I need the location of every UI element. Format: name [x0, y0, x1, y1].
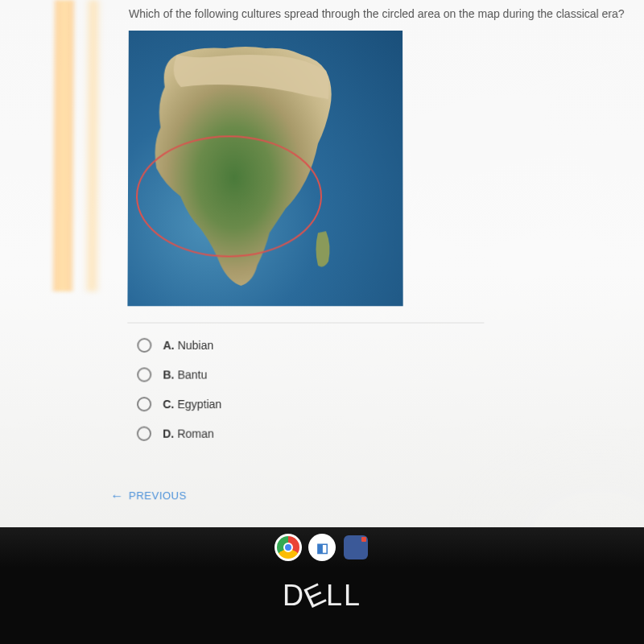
radio-icon [137, 367, 151, 382]
option-label: C. Egyptian [163, 398, 221, 411]
radio-icon [137, 337, 151, 352]
divider [127, 322, 484, 323]
app-icon[interactable] [342, 534, 369, 561]
arrow-left-icon: ← [110, 489, 124, 503]
screen-glare [83, 0, 102, 291]
option-a[interactable]: A. Nubian [137, 337, 630, 352]
taskbar: ◧ [0, 527, 644, 568]
option-b[interactable]: B. Bantu [137, 367, 630, 382]
dell-logo: DELL [283, 579, 361, 613]
option-label: D. Roman [163, 427, 214, 440]
radio-icon [137, 396, 151, 411]
question-text: Which of the following cultures spread t… [129, 6, 628, 23]
option-label: A. Nubian [163, 338, 214, 351]
answer-options: A. Nubian B. Bantu C. Egyptian [137, 337, 631, 440]
map-circle-annotation [136, 135, 322, 257]
option-c[interactable]: C. Egyptian [137, 396, 630, 411]
option-d[interactable]: D. Roman [137, 426, 631, 440]
chrome-icon[interactable] [275, 534, 302, 561]
app-icon[interactable]: ◧ [308, 534, 336, 561]
previous-button[interactable]: ← PREVIOUS [110, 489, 187, 503]
option-label: B. Bantu [163, 368, 207, 381]
screen-glare [51, 0, 76, 291]
radio-icon [137, 426, 151, 440]
map-image [127, 31, 402, 306]
quiz-content: Which of the following cultures spread t… [126, 0, 631, 503]
laptop-screen: Which of the following cultures spread t… [0, 0, 644, 554]
